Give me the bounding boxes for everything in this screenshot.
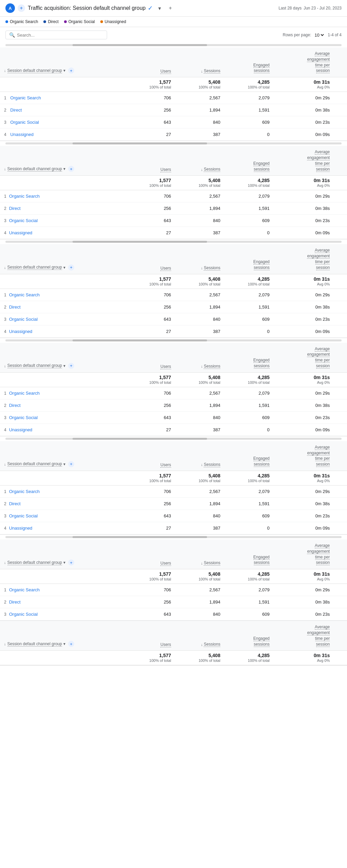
row-3-channel-cell: 3 Organic Social xyxy=(0,116,131,129)
col-header-channel: ↓ Session default channel group ▾ + xyxy=(0,47,131,77)
table-row: 2 Direct 256 1,894 1,591 0m 38s xyxy=(0,104,347,116)
date-range-value: Jun 23 - Jul 20, 2023 xyxy=(304,6,342,11)
row-2-extra xyxy=(334,104,347,116)
table-row: 3Organic Social 643 840 609 0m 23s xyxy=(0,510,347,522)
total-engaged-value: 4,285 xyxy=(228,79,269,85)
row-3-channel-name[interactable]: Organic Social xyxy=(10,120,39,125)
table-row: 1Organic Search 706 2,567 2,079 0m 29s xyxy=(0,190,347,202)
total-avg-cell: 0m 31s Avg 0% xyxy=(274,77,334,92)
legend-bar: Organic Search Direct Organic Social Una… xyxy=(0,17,347,27)
row-4-sessions: 387 xyxy=(175,129,224,141)
row-3-num: 3 xyxy=(4,120,9,125)
col-channel-label: Session default channel group xyxy=(7,68,62,73)
search-box[interactable]: 🔍 xyxy=(5,31,107,39)
legend-dot-organic-social xyxy=(64,20,67,23)
col-channel-label-2: Session default channel group xyxy=(7,166,62,172)
table-row: 2Direct 256 1,894 1,591 0m 38s xyxy=(0,301,347,313)
col-filter-icon-2[interactable]: ▾ xyxy=(63,166,65,171)
scroll-hint-1[interactable] xyxy=(5,44,342,46)
table-row: 4Unassigned 27 387 0 0m 09s xyxy=(0,522,347,534)
rows-per-page-select[interactable]: 10 25 50 xyxy=(313,32,325,38)
row-2-avg: 0m 38s xyxy=(274,104,334,116)
table-row: 1 Organic Search 706 2,567 2,079 0m 29s xyxy=(0,92,347,104)
total-sessions-pct: 100% of total xyxy=(199,85,220,89)
row-2-num: 2 xyxy=(4,108,9,113)
col-avg-label-2: Averageengagementtime persession xyxy=(307,150,330,172)
row-3-avg: 0m 23s xyxy=(274,116,334,129)
scroll-hint-4[interactable] xyxy=(5,339,342,341)
col-engaged-label-2: Engagedsessions xyxy=(253,161,270,172)
row-2-engaged: 1,591 xyxy=(224,104,273,116)
total-users-cell: 1,577 100% of total xyxy=(131,77,175,92)
table-section-6: ↓ Session default channel group ▾ + User… xyxy=(0,536,347,621)
avatar: A xyxy=(5,3,15,13)
rows-per-page: Rows per page: 10 25 50 xyxy=(283,32,325,38)
row-4-channel-name[interactable]: Unassigned xyxy=(10,132,34,137)
sessions-sort-icon-2: ↓ xyxy=(201,167,203,172)
data-table-5: ↓ Session default channel group ▾ + User… xyxy=(0,441,347,534)
row-4-users: 27 xyxy=(131,129,175,141)
legend-item-organic-social: Organic Social xyxy=(64,19,95,24)
row-4-channel-cell: 4 Unassigned xyxy=(0,129,131,141)
col-header-channel-2: ↓ Session default channel group ▾ + xyxy=(0,146,131,176)
date-range-label: Last 28 days xyxy=(279,6,302,11)
sort-icon-2: ↓ xyxy=(4,167,6,171)
row-3-sessions: 840 xyxy=(175,116,224,129)
table-row: 1Organic Search 706 2,567 2,079 0m 29s xyxy=(0,289,347,301)
col-header-engaged-2: Engagedsessions xyxy=(224,146,273,176)
total-row: 1,577 100% of total 5,408 100% of total … xyxy=(0,77,347,92)
col-header-users-2: Users xyxy=(131,146,175,176)
total-engaged-cell-2: 4,285 100% of total xyxy=(224,176,273,190)
row-4-engaged: 0 xyxy=(224,129,273,141)
legend-dot-direct xyxy=(43,20,46,23)
legend-label-organic-search: Organic Search xyxy=(10,19,38,24)
total-users-pct: 100% of total xyxy=(149,85,171,89)
data-table-7: ↓ Session default channel group ▾ + User… xyxy=(0,621,347,665)
top-bar: A + Traffic acquisition: Session default… xyxy=(0,0,347,17)
table-row: 2Direct 256 1,894 1,591 0m 38s xyxy=(0,596,347,608)
scroll-hint-3[interactable] xyxy=(5,241,342,243)
table-row: 3Organic Social 643 840 609 0m 23s xyxy=(0,313,347,325)
title-dropdown-button[interactable]: ▾ xyxy=(155,3,164,13)
col-filter-icon[interactable]: ▾ xyxy=(63,68,65,73)
title-add-button[interactable]: + xyxy=(166,3,175,13)
col-avg-label: Averageengagementtime persession xyxy=(307,51,330,73)
scroll-hint-5[interactable] xyxy=(5,438,342,440)
table-section-5: ↓ Session default channel group ▾ + User… xyxy=(0,438,347,535)
data-table-3: ↓ Session default channel group ▾ + User… xyxy=(0,244,347,337)
total-users-cell-2: 1,577 100% of total xyxy=(131,176,175,190)
total-engaged-pct: 100% of total xyxy=(248,85,269,89)
row-1-extra xyxy=(334,92,347,104)
search-input[interactable] xyxy=(17,33,103,38)
legend-dot-organic-search xyxy=(5,20,8,23)
row-3-engaged: 609 xyxy=(224,116,273,129)
col-add-button-2[interactable]: + xyxy=(68,166,74,172)
legend-label-unassigned: Unassigned xyxy=(105,19,126,24)
table-row: 4Unassigned 27 387 0 0m 09s xyxy=(0,325,347,337)
add-tab-button[interactable]: + xyxy=(18,4,25,12)
scroll-hint-2[interactable] xyxy=(5,142,342,144)
table-row: 1Organic Search 706 2,567 2,079 0m 29s xyxy=(0,387,347,399)
table-row: 2Direct 256 1,894 1,591 0m 38s xyxy=(0,497,347,510)
col-header-avg: Averageengagementtime persession xyxy=(274,47,334,77)
col-users-label-2: Users xyxy=(160,167,171,172)
total-avg-value: 0m 31s xyxy=(278,79,330,85)
page-title-text: Traffic acquisition: Session default cha… xyxy=(28,5,146,11)
row-2-channel-name[interactable]: Direct xyxy=(10,107,22,113)
table-section-3: ↓ Session default channel group ▾ + User… xyxy=(0,241,347,338)
row-1-users: 706 xyxy=(131,92,175,104)
total-sessions-cell-2: 5,408 100% of total xyxy=(175,176,224,190)
search-icon: 🔍 xyxy=(9,32,15,38)
row-2-sessions: 1,894 xyxy=(175,104,224,116)
total-extra-cell xyxy=(334,77,347,92)
scroll-hint-6[interactable] xyxy=(5,536,342,538)
row-1-channel-name[interactable]: Organic Search xyxy=(10,95,41,100)
table-row: 3 Organic Social 643 840 609 0m 23s xyxy=(0,116,347,129)
table-header-row-2: ↓ Session default channel group ▾ + User… xyxy=(0,146,347,176)
row-1-engaged: 2,079 xyxy=(224,92,273,104)
col-add-button[interactable]: + xyxy=(68,67,74,74)
row-4-extra xyxy=(334,129,347,141)
col-header-avg-2: Averageengagementtime persession xyxy=(274,146,334,176)
data-table-2: ↓ Session default channel group ▾ + User… xyxy=(0,146,347,239)
total-sessions-value: 5,408 xyxy=(179,79,220,85)
